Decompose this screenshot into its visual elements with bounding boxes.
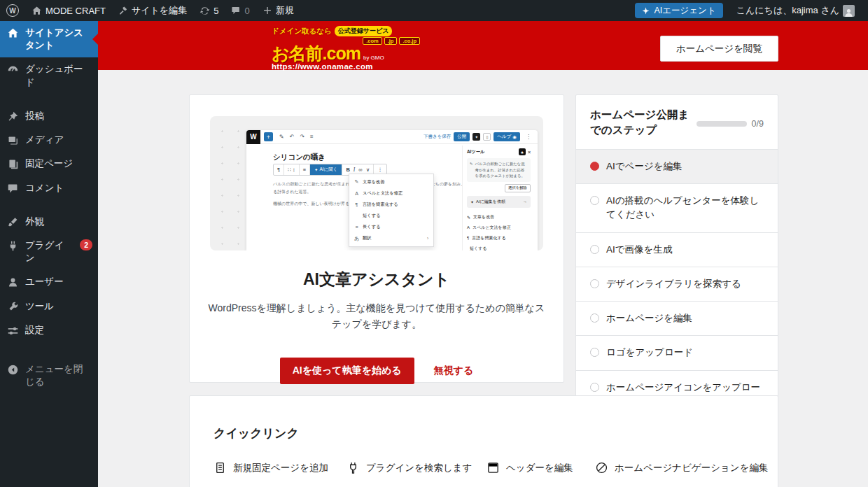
sidebar-item-label: メディア bbox=[25, 134, 64, 146]
star-icon: ★ bbox=[519, 148, 526, 155]
new-content-menu[interactable]: 新規 bbox=[256, 0, 300, 21]
quick-link-edit-navigation[interactable]: ホームページナビゲーションを編集 bbox=[595, 461, 768, 474]
comment-icon bbox=[231, 6, 241, 15]
dismiss-link[interactable]: 無視する bbox=[434, 365, 474, 377]
progress-bar bbox=[696, 121, 747, 127]
view-homepage-button[interactable]: ホームページを閲覧 bbox=[660, 36, 778, 62]
ai-agent-label: AIエージェント bbox=[654, 5, 715, 17]
edit-site-label: サイトを編集 bbox=[132, 4, 187, 17]
list-view-icon: ≡ bbox=[310, 134, 314, 140]
onamae-brand-row: お名前.com by GMO bbox=[272, 45, 447, 62]
tld-badge: .jp bbox=[384, 37, 398, 45]
submenu-arrow-icon: › bbox=[427, 236, 428, 241]
progress-count: 0/9 bbox=[752, 119, 764, 129]
quick-links-grid: 新規固定ページを追加 プラグインを検索します ヘッダーを編集 ホームページナビゲ… bbox=[214, 461, 754, 487]
sidebar-panel-icon: ▯ bbox=[483, 133, 491, 141]
editor-topbar: W + ✎ ↶ ↷ ≡ 下書きを保存 公開 ✦ ▯ ヘルプ◉ ⋮ bbox=[246, 130, 538, 144]
updates-icon bbox=[200, 6, 210, 16]
translate-icon: あ bbox=[354, 235, 359, 242]
editor-window: W + ✎ ↶ ↷ ≡ 下書きを保存 公開 ✦ ▯ ヘルプ◉ ⋮ シリコンの囁 bbox=[246, 130, 538, 250]
sidebar-item-media[interactable]: メディア bbox=[0, 128, 98, 152]
sidebar-item-users[interactable]: ユーザー bbox=[0, 270, 98, 294]
menu-item: あ翻訳› bbox=[349, 232, 433, 244]
sidebar-item-posts[interactable]: 投稿 bbox=[0, 104, 98, 128]
menu-item: ¶言語を簡素化する bbox=[349, 199, 433, 210]
my-account-menu[interactable]: こんにちは、kajima さん bbox=[730, 0, 861, 21]
sidebar-item-settings[interactable]: 設定 bbox=[0, 318, 98, 342]
quick-link-label: プラグインを検索します bbox=[366, 462, 472, 474]
menu-item: 短くする bbox=[349, 210, 433, 221]
step-status-dot bbox=[590, 383, 599, 392]
step-label: ホームページを編集 bbox=[606, 311, 692, 325]
step-edit-page-with-ai[interactable]: AIでページを編集 bbox=[576, 149, 778, 183]
panel-item: ¶言語を簡素化する bbox=[467, 233, 531, 244]
steps-header: ホームページ公開までのステップ 0/9 bbox=[576, 95, 778, 149]
ai-icon: ✦ bbox=[472, 133, 480, 141]
sidebar-separator bbox=[0, 94, 98, 104]
sidebar-item-appearance[interactable]: 外観 bbox=[0, 210, 98, 234]
deselect-button: 選択を解除 bbox=[505, 184, 531, 192]
ai-agent-button[interactable]: AIエージェント bbox=[635, 3, 722, 18]
document-title: シリコンの囁き bbox=[273, 153, 326, 162]
quick-link-add-page[interactable]: 新規固定ページを追加 bbox=[214, 461, 346, 474]
quick-link-search-plugins[interactable]: プラグインを検索します bbox=[346, 461, 486, 474]
ai-menu-dropdown: ✎文章を改善 Aスペルと文法を修正 ¶言語を簡素化する 短くする ≡長くする あ… bbox=[349, 174, 434, 247]
sidebar-collapse-menu[interactable]: メニューを閉じる bbox=[0, 358, 98, 394]
sidebar-item-tools[interactable]: ツール bbox=[0, 295, 98, 318]
quick-link-label: ホームページナビゲーションを編集 bbox=[615, 462, 768, 474]
start-writing-with-ai-button[interactable]: AIを使って執筆を始める bbox=[280, 358, 414, 384]
sidebar: サイトアシスタント ダッシュボード 投稿 メディア 固定ページ コメント 外観 … bbox=[0, 21, 98, 487]
sidebar-item-plugins[interactable]: プラグイン 2 bbox=[0, 234, 98, 270]
plugins-update-badge: 2 bbox=[80, 239, 92, 250]
step-label: AIの搭載のヘルプセンターを体験してください bbox=[606, 194, 764, 223]
editor-topbar-right: 下書きを保存 公開 ✦ ▯ ヘルプ◉ ⋮ bbox=[424, 132, 538, 141]
sidebar-item-label: 投稿 bbox=[25, 110, 44, 122]
admin-bar-right: AIエージェント こんにちは、kajima さん bbox=[635, 0, 868, 21]
wordpress-menu[interactable]: W bbox=[0, 0, 25, 21]
onamae-logo[interactable]: ドメイン取るなら 公式登録サービス .com .jp .co.jp お名前.co… bbox=[272, 26, 447, 71]
page-title: AI文章アシスタント bbox=[190, 269, 564, 290]
sidebar-item-pages[interactable]: 固定ページ bbox=[0, 152, 98, 176]
step-try-help-center[interactable]: AIの搭載のヘルプセンターを体験してください bbox=[576, 183, 778, 232]
pencil-icon: ✎ bbox=[279, 134, 284, 140]
close-icon: × bbox=[528, 150, 531, 155]
step-explore-design-library[interactable]: デザインライブラリを探索する bbox=[576, 267, 778, 301]
improve-icon: ✎ bbox=[354, 179, 359, 185]
lines-icon: ≡ bbox=[354, 225, 359, 230]
step-generate-images[interactable]: AIで画像を生成 bbox=[576, 232, 778, 267]
site-name-menu[interactable]: MODE CRAFT bbox=[25, 0, 112, 21]
redo-icon: ↷ bbox=[300, 134, 304, 140]
hero-description: WordPressを理解しましょう。主な機能を見つけて使用するための簡単なステッ… bbox=[208, 300, 545, 332]
publish-button: 公開 bbox=[454, 132, 470, 141]
sidebar-item-site-assistant[interactable]: サイトアシスタント bbox=[0, 21, 98, 57]
onamae-tagline: ドメイン取るなら bbox=[272, 27, 332, 36]
quick-link-label: ヘッダーを編集 bbox=[506, 462, 573, 474]
step-edit-homepage[interactable]: ホームページを編集 bbox=[576, 301, 778, 335]
quick-links-card: クイックリンク 新規固定ページを追加 プラグインを検索します ヘッダーを編集 ホ… bbox=[189, 395, 778, 487]
header-layout-icon bbox=[486, 461, 500, 474]
quick-link-label: 新規固定ページを追加 bbox=[233, 462, 328, 474]
step-label: ロゴをアップロード bbox=[606, 346, 693, 360]
panel-item: Aスペルと文法を修正 bbox=[467, 223, 531, 233]
site-name: MODE CRAFT bbox=[46, 6, 106, 16]
updates-menu[interactable]: 5 bbox=[193, 0, 225, 21]
comments-menu[interactable]: 0 bbox=[225, 0, 255, 21]
sparkle-icon: ✦ bbox=[470, 199, 474, 204]
paragraph-icon: ¶ bbox=[274, 164, 284, 175]
home-icon bbox=[31, 6, 42, 16]
sidebar-item-label: サイトアシスタント bbox=[25, 27, 92, 52]
edit-site-menu[interactable]: サイトを編集 bbox=[112, 0, 193, 21]
panel-item: 短くする bbox=[467, 244, 531, 250]
sidebar-item-dashboard[interactable]: ダッシュボード bbox=[0, 57, 98, 94]
hero-actions: AIを使って執筆を始める 無視する bbox=[190, 358, 564, 384]
wordpress-logo-icon: W bbox=[6, 4, 19, 17]
sparkle-icon: ✦ bbox=[314, 167, 318, 173]
tld-badge: .com bbox=[363, 37, 382, 45]
dashboard-icon bbox=[7, 64, 19, 76]
quick-link-edit-header[interactable]: ヘッダーを編集 bbox=[486, 461, 595, 474]
step-upload-logo[interactable]: ロゴをアップロード bbox=[576, 335, 778, 369]
step-status-dot bbox=[590, 313, 599, 323]
panel-item: ✎文章を改善 bbox=[467, 212, 531, 223]
sidebar-item-comments[interactable]: コメント bbox=[0, 176, 98, 200]
admin-bar: W MODE CRAFT サイトを編集 5 0 新規 AIエージェント こんにち bbox=[0, 0, 868, 21]
